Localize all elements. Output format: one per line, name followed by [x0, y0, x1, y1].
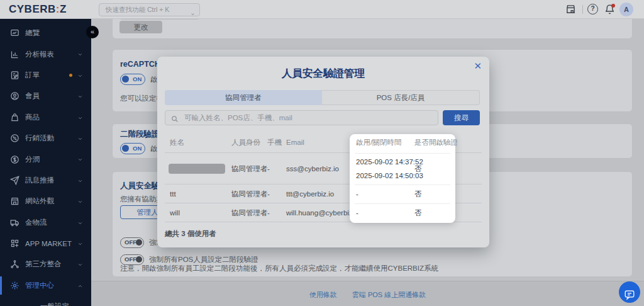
chevron-down-icon	[77, 241, 83, 246]
sidebar-item-commission[interactable]: 分潤	[0, 149, 91, 169]
sidebar-item-appmarket[interactable]: APP MARKET	[0, 233, 91, 254]
col-header-role: 人員身份	[231, 138, 260, 147]
sidebar-item-label: 行銷活動	[25, 133, 54, 143]
appmarket-icon	[10, 239, 19, 248]
sidebar-item-overview[interactable]: 總覽	[0, 23, 91, 43]
cell-name: will	[170, 209, 180, 217]
cell-role: 協同管理者	[231, 189, 268, 198]
cell-time: 2025-09-02 14:37:52 2025-09-02 14:50:03	[356, 155, 423, 183]
force-admin-toggle[interactable]: OFF	[120, 237, 144, 248]
chevron-up-icon	[77, 283, 83, 288]
total-users-label: 總共 3 個使用者	[165, 229, 216, 239]
recaptcha-toggle[interactable]: ON	[120, 74, 145, 85]
cell-verified: 否	[414, 208, 422, 217]
cell-time: -	[356, 190, 358, 198]
modal-search-input[interactable]	[165, 110, 438, 125]
sidebar: 總覽 分析報表 訂單 會員 商品	[0, 19, 91, 306]
sidebar-item-label: 第三方整合	[25, 259, 62, 269]
commission-icon	[10, 155, 19, 164]
sidebar-item-label: 金物流	[25, 218, 47, 227]
chevron-down-icon	[77, 198, 83, 204]
sidebar-subitem-general-settings[interactable]: 一般設定	[0, 302, 91, 306]
chat-button[interactable]	[619, 281, 640, 303]
sidebar-item-label: 商品	[25, 113, 40, 122]
logistics-icon	[10, 218, 19, 227]
chevron-down-icon	[77, 261, 83, 267]
integration-icon	[10, 259, 19, 269]
sidebar-item-label: 訂單	[25, 71, 40, 80]
chevron-down-icon	[77, 135, 83, 141]
dashboard-icon	[10, 28, 19, 38]
sidebar-item-logistics[interactable]: 金物流	[0, 212, 91, 233]
order-icon	[10, 71, 19, 80]
cell-email: sss@cyberbiz.io	[286, 165, 339, 173]
personnel-note: 注意，開啟強制所有員工設定二階段功能後，所有人員必須完成設定，才能繼續使用CYB…	[120, 264, 438, 273]
chart-icon	[10, 50, 19, 59]
cell-time: -	[356, 209, 358, 217]
cell-name: ttt	[170, 190, 176, 198]
storefront-icon	[10, 196, 19, 206]
sidebar-item-integration[interactable]: 第三方整合	[0, 254, 91, 275]
search-button[interactable]: 搜尋	[443, 110, 480, 125]
change-button[interactable]: 更改	[119, 21, 162, 33]
cell-verified: 否	[414, 189, 422, 198]
sidebar-collapse-button[interactable]: «	[86, 26, 99, 38]
chevron-down-icon	[77, 220, 83, 225]
app-screen: 更改 reCAPTCHA 驗 ON 啟用 re 您可以設定後台 二階段驗證設定 …	[0, 0, 644, 306]
col-header-time: 啟用/關閉時間	[356, 138, 401, 147]
gear-icon	[10, 281, 19, 290]
search-icon	[171, 114, 179, 122]
chevron-down-icon	[77, 72, 83, 78]
modal-title: 人員安全驗證管理	[157, 67, 489, 81]
notification-bell-icon[interactable]	[604, 4, 615, 14]
sidebar-item-products[interactable]: 商品	[0, 107, 91, 128]
page-footer: 使用條款雲端 POS 線上開通條款	[91, 281, 644, 306]
push-icon	[10, 176, 19, 185]
twofactor-toggle[interactable]: ON	[120, 143, 145, 154]
chevron-down-icon	[77, 156, 83, 162]
pos-terms-link[interactable]: 雲端 POS 線上開通條款	[352, 291, 426, 298]
sidebar-item-appearance[interactable]: 網站外觀	[0, 191, 91, 212]
chevron-down-icon	[191, 8, 195, 13]
topbar: CYBERB:Z 快速查找功能 Ctrl + K ? A	[0, 0, 644, 19]
cell-role: 協同管理者	[231, 164, 268, 173]
sidebar-item-admin-center[interactable]: 管理中心	[0, 275, 91, 296]
cyberbiz-logo: CYBERB:Z	[9, 0, 67, 19]
chevron-down-icon	[77, 51, 83, 57]
sidebar-item-label: 總覽	[25, 28, 40, 38]
sidebar-item-label: 訊息推播	[25, 176, 54, 185]
avatar[interactable]: A	[619, 3, 633, 16]
promo-icon	[10, 133, 19, 143]
sidebar-item-analytics[interactable]: 分析報表	[0, 43, 91, 64]
product-icon	[10, 113, 19, 122]
chevron-down-icon	[77, 115, 83, 120]
terms-link[interactable]: 使用條款	[309, 291, 337, 298]
sidebar-item-members[interactable]: 會員	[0, 86, 91, 106]
sidebar-item-label: 網站外觀	[25, 196, 54, 206]
chevron-down-icon	[77, 178, 83, 183]
member-icon	[10, 91, 19, 101]
chevron-down-icon	[77, 93, 83, 99]
help-icon[interactable]: ?	[587, 4, 598, 14]
tab-collaborator-admin[interactable]: 協同管理者	[165, 90, 322, 105]
notification-dot	[69, 74, 72, 77]
quick-search-label: 快速查找功能 Ctrl + K	[106, 6, 169, 13]
chat-bubble-icon	[619, 289, 640, 300]
sidebar-item-label: 會員	[25, 91, 40, 101]
sidebar-item-push[interactable]: 訊息推播	[0, 170, 91, 191]
col-header-email: Email	[286, 139, 304, 146]
cell-phone: -	[267, 209, 270, 217]
quick-search-dropdown[interactable]: 快速查找功能 Ctrl + K	[99, 3, 200, 16]
security-verification-modal: ✕ 人員安全驗證管理 協同管理者 POS 店長/店員 搜尋 姓名 人員身份 手機…	[157, 57, 489, 247]
cell-verified: 否	[414, 164, 422, 173]
redacted-name-block	[169, 164, 225, 174]
cell-email: ttt@cyberbiz.io	[286, 190, 334, 198]
sidebar-item-label: 分析報表	[25, 50, 54, 59]
tab-pos-staff[interactable]: POS 店長/店員	[322, 90, 480, 105]
modal-tabs: 協同管理者 POS 店長/店員	[165, 90, 480, 105]
sidebar-item-orders[interactable]: 訂單	[0, 65, 91, 86]
store-icon[interactable]	[565, 4, 576, 14]
sidebar-item-label: APP MARKET	[25, 240, 72, 247]
sidebar-item-marketing[interactable]: 行銷活動	[0, 128, 91, 149]
notification-dot	[611, 4, 615, 8]
